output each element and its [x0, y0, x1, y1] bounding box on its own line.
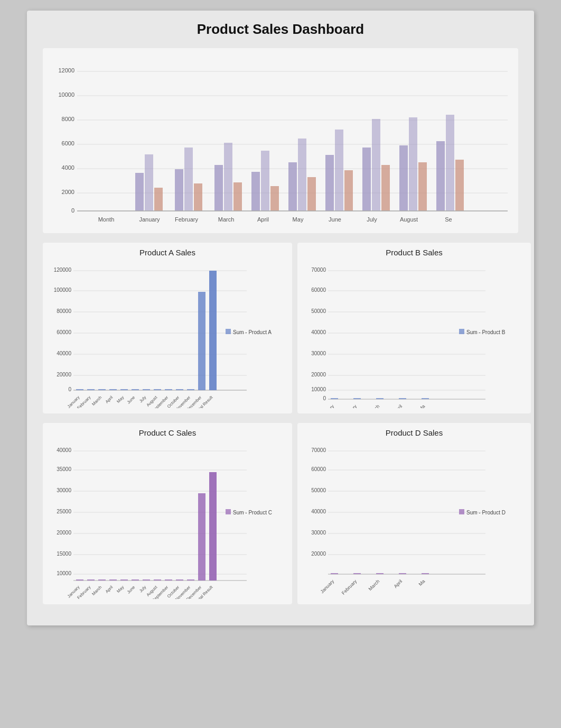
svg-rect-183 [422, 573, 429, 574]
product-b-svg: 70000 60000 50000 40000 30000 20000 1000… [301, 260, 528, 408]
svg-rect-36 [335, 130, 343, 211]
svg-text:0: 0 [71, 207, 74, 214]
svg-text:Sum - Product C: Sum - Product C [233, 510, 272, 515]
svg-rect-182 [399, 573, 406, 574]
svg-text:Sum - Product B: Sum - Product B [466, 329, 506, 335]
svg-rect-23 [214, 165, 223, 211]
svg-text:Se: Se [445, 216, 452, 223]
svg-text:May: May [293, 216, 304, 223]
svg-text:80000: 80000 [57, 308, 71, 314]
svg-text:30000: 30000 [311, 530, 326, 536]
svg-text:30000: 30000 [57, 487, 71, 493]
svg-text:4000: 4000 [62, 164, 74, 171]
svg-text:20000: 20000 [311, 551, 326, 557]
svg-rect-49 [455, 160, 464, 211]
svg-text:8000: 8000 [62, 116, 74, 122]
svg-rect-73 [143, 389, 150, 390]
svg-rect-145 [154, 579, 161, 580]
svg-text:70000: 70000 [311, 267, 326, 273]
svg-rect-43 [399, 145, 408, 211]
svg-text:70000: 70000 [311, 447, 326, 453]
svg-rect-28 [261, 151, 269, 211]
svg-text:January: January [320, 403, 335, 408]
svg-text:August: August [400, 216, 418, 223]
svg-rect-121 [459, 329, 464, 334]
product-d-svg: 70000 60000 50000 40000 30000 20000 [301, 440, 528, 599]
svg-text:Sum - Product D: Sum - Product D [466, 510, 506, 515]
svg-text:March: March [91, 395, 102, 407]
svg-text:Sum - Product A: Sum - Product A [233, 329, 272, 335]
svg-text:60000: 60000 [311, 287, 326, 293]
product-d-title: Product D Sales [301, 428, 528, 437]
product-a-title: Product A Sales [46, 248, 289, 257]
svg-text:April: April [257, 216, 269, 223]
svg-rect-79 [209, 271, 217, 390]
svg-text:May: May [116, 585, 125, 594]
svg-text:April: April [393, 578, 404, 589]
svg-text:30000: 30000 [311, 351, 326, 356]
svg-rect-71 [120, 389, 128, 390]
svg-text:10000: 10000 [311, 386, 326, 392]
svg-rect-69 [98, 389, 106, 390]
svg-text:0: 0 [68, 386, 71, 392]
svg-text:March: March [218, 216, 235, 223]
svg-text:February: February [341, 578, 358, 596]
svg-rect-68 [87, 389, 95, 390]
svg-rect-39 [362, 148, 371, 211]
svg-rect-111 [331, 398, 338, 399]
svg-text:July: July [367, 216, 377, 223]
svg-rect-112 [353, 398, 361, 399]
svg-rect-17 [154, 188, 163, 211]
svg-text:January: January [139, 216, 160, 223]
svg-text:March: March [368, 403, 381, 408]
svg-text:March: March [368, 578, 381, 592]
svg-rect-33 [307, 177, 316, 211]
product-c-svg: 40000 35000 30000 25000 20000 15000 1000… [46, 440, 289, 599]
svg-text:100000: 100000 [54, 287, 72, 293]
svg-rect-113 [376, 398, 384, 399]
svg-text:60000: 60000 [57, 329, 71, 335]
svg-rect-164 [226, 509, 231, 514]
svg-rect-74 [154, 389, 161, 390]
svg-rect-147 [176, 579, 183, 580]
svg-rect-37 [344, 170, 353, 211]
svg-rect-179 [331, 573, 338, 574]
svg-rect-20 [184, 148, 193, 211]
product-c-title: Product C Sales [46, 428, 289, 437]
svg-text:January: January [320, 578, 335, 594]
main-chart-svg: 12000 10000 8000 6000 4000 2000 0 Month … [48, 57, 523, 226]
product-a-chart: Product A Sales 120000 100000 80000 6000… [43, 243, 292, 413]
svg-rect-149 [198, 493, 205, 580]
charts-row-1: Product A Sales 120000 100000 80000 6000… [43, 243, 518, 413]
svg-text:40000: 40000 [311, 509, 326, 514]
svg-rect-47 [436, 141, 445, 211]
svg-text:Month: Month [98, 216, 115, 223]
svg-rect-148 [187, 579, 194, 580]
svg-rect-144 [143, 579, 150, 580]
svg-rect-40 [372, 119, 380, 211]
svg-rect-24 [224, 143, 232, 211]
svg-rect-32 [298, 139, 306, 211]
svg-text:15000: 15000 [57, 551, 71, 557]
svg-rect-25 [233, 182, 242, 211]
svg-text:Ma: Ma [417, 403, 426, 408]
svg-rect-93 [226, 329, 231, 334]
svg-text:40000: 40000 [311, 329, 326, 335]
svg-rect-78 [198, 292, 205, 390]
svg-text:50000: 50000 [311, 308, 326, 314]
svg-rect-21 [194, 183, 202, 211]
svg-text:June: June [329, 216, 341, 223]
svg-rect-19 [175, 169, 183, 211]
product-d-chart: Product D Sales 70000 60000 50000 40000 … [297, 423, 531, 604]
main-chart-section: 12000 10000 8000 6000 4000 2000 0 Month … [43, 48, 518, 233]
product-c-chart: Product C Sales 40000 35000 30000 25000 … [43, 423, 292, 604]
svg-rect-142 [120, 579, 128, 580]
svg-text:2000: 2000 [62, 189, 74, 195]
svg-rect-16 [145, 154, 153, 211]
svg-rect-72 [132, 389, 139, 390]
svg-text:June: June [126, 395, 136, 405]
svg-text:20000: 20000 [57, 530, 71, 536]
svg-rect-41 [381, 165, 390, 211]
svg-rect-143 [132, 579, 139, 580]
product-b-title: Product B Sales [301, 248, 528, 257]
